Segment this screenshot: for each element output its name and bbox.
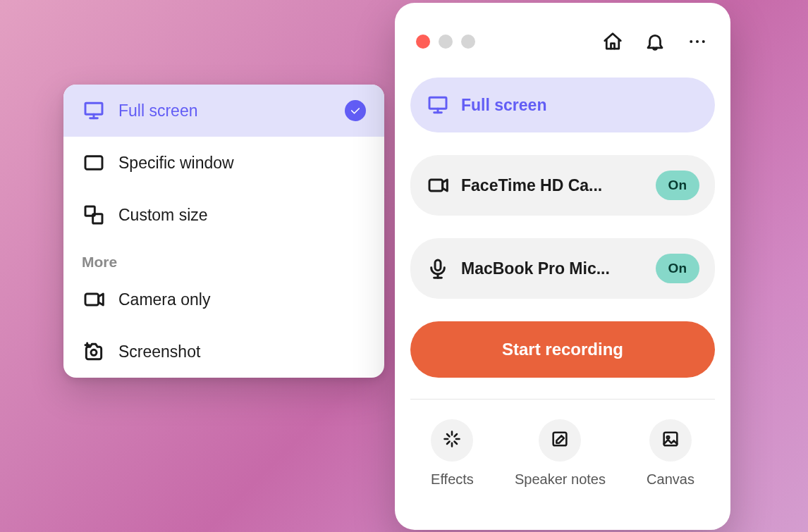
speaker-notes-button[interactable]: Speaker notes (515, 419, 606, 488)
screen-source-label: Full screen (461, 96, 546, 115)
svg-point-24 (667, 436, 670, 439)
mic-source-label: MacBook Pro Mic... (461, 259, 644, 278)
popover-item-label: Screenshot (118, 342, 200, 361)
svg-marker-7 (99, 294, 104, 305)
popover-item-label: Camera only (118, 290, 210, 309)
svg-point-13 (702, 40, 705, 43)
start-recording-button[interactable]: Start recording (410, 321, 715, 378)
screen-source-selector[interactable]: Full screen (410, 78, 715, 132)
window-icon (82, 151, 106, 175)
svg-rect-22 (553, 433, 567, 446)
camera-on-badge: On (656, 171, 699, 200)
svg-point-8 (91, 349, 97, 355)
monitor-icon (426, 93, 450, 117)
checkmark-icon (345, 100, 366, 121)
effects-button[interactable]: Effects (431, 419, 474, 488)
minimize-window-dot[interactable] (439, 35, 453, 49)
popover-item-label: Specific window (118, 154, 234, 173)
svg-marker-18 (443, 180, 448, 191)
camera-icon (82, 287, 106, 311)
titlebar (410, 30, 715, 54)
popover-item-camera-only[interactable]: Camera only (63, 273, 384, 326)
footer-label: Effects (431, 471, 474, 488)
zoom-window-dot[interactable] (461, 35, 475, 49)
screenshot-icon (82, 340, 106, 364)
svg-rect-14 (429, 97, 446, 109)
svg-point-11 (690, 40, 692, 43)
svg-rect-0 (85, 103, 102, 114)
svg-rect-3 (85, 156, 102, 170)
microphone-icon (426, 256, 450, 280)
more-icon[interactable] (685, 30, 709, 54)
popover-item-label: Custom size (118, 206, 208, 225)
bell-icon[interactable] (643, 30, 667, 54)
divider (410, 399, 715, 400)
sparkle-icon (442, 429, 462, 452)
svg-rect-6 (85, 294, 99, 305)
popover-item-full-screen[interactable]: Full screen (63, 85, 384, 137)
mic-on-badge: On (656, 254, 699, 283)
popover-item-label: Full screen (118, 101, 197, 120)
recorder-panel: Full screen FaceTime HD Ca... On MacBook… (395, 3, 730, 530)
camera-source-label: FaceTime HD Ca... (461, 176, 644, 195)
footer-label: Canvas (647, 471, 694, 488)
footer-toolbar: Effects Speaker notes Canvas (410, 419, 715, 488)
traffic-lights (416, 35, 475, 49)
svg-rect-19 (435, 260, 441, 271)
popover-item-screenshot[interactable]: Screenshot (63, 326, 384, 378)
svg-rect-23 (664, 433, 678, 446)
canvas-button[interactable]: Canvas (647, 419, 694, 488)
custom-size-icon (82, 203, 106, 227)
svg-rect-17 (429, 180, 443, 191)
popover-item-specific-window[interactable]: Specific window (63, 137, 384, 189)
footer-label: Speaker notes (515, 471, 606, 488)
home-icon[interactable] (601, 30, 625, 54)
popover-item-custom-size[interactable]: Custom size (63, 189, 384, 241)
mic-source-selector[interactable]: MacBook Pro Mic... On (410, 238, 715, 299)
svg-point-12 (696, 40, 699, 43)
camera-icon (426, 173, 450, 197)
monitor-icon (82, 99, 106, 123)
screen-source-popover: Full screen Specific window Custom size … (63, 85, 384, 378)
camera-source-selector[interactable]: FaceTime HD Ca... On (410, 155, 715, 216)
notes-icon (550, 429, 570, 452)
popover-section-more: More (63, 241, 384, 273)
close-window-dot[interactable] (416, 35, 430, 49)
image-icon (661, 429, 680, 452)
